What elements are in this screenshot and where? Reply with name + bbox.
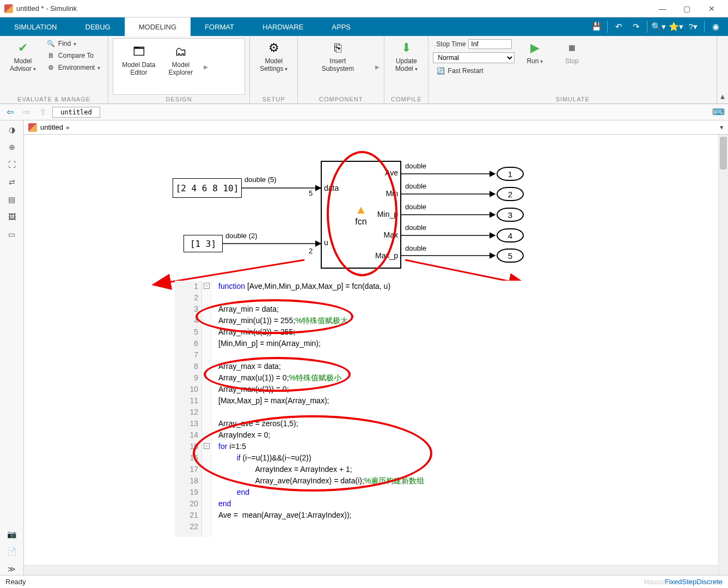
play-icon: ▶ — [527, 40, 542, 56]
tab-simulation[interactable]: SIMULATION — [0, 17, 71, 36]
explorer-icon: 🗂 — [173, 44, 188, 59]
record-icon[interactable]: 📄 — [6, 545, 18, 557]
fast-restart-button[interactable]: 🔄Fast Restart — [433, 65, 515, 76]
chevron-right-icon[interactable]: ▸ — [375, 62, 380, 72]
solver-link[interactable]: FixedStepDiscrete — [665, 578, 723, 586]
tab-hardware[interactable]: HARDWARE — [248, 17, 317, 36]
maximize-button[interactable]: ▢ — [675, 1, 699, 17]
toolstrip: ✔ Model Advisor 🔍Find ▾ 🗎Compare To ⚙Env… — [0, 36, 728, 104]
status-text: Ready — [5, 578, 26, 586]
breadcrumb: untitled ▸ ▾ — [24, 120, 728, 135]
keyboard-icon[interactable]: ⌨ — [712, 106, 725, 119]
group-label: EVALUATE & MANAGE — [4, 95, 103, 104]
outport-label: Ave — [385, 168, 398, 177]
code-content[interactable]: function [Ave,Min,Min_p,Max,Max_p] = fcn… — [218, 281, 654, 537]
model-settings-button[interactable]: ⚙ Model Settings — [254, 38, 293, 75]
sample-time-icon[interactable]: ▤ — [6, 193, 18, 205]
help-icon[interactable]: ?▾ — [685, 19, 701, 34]
check-icon: ✔ — [15, 40, 30, 56]
sliders-icon: ⚙ — [47, 63, 56, 72]
group-label: COMPILE — [389, 95, 424, 104]
stop-time-row: Stop Time — [433, 38, 515, 50]
hide-browser-icon[interactable]: ◑ — [6, 124, 18, 136]
outport-label: Min_p — [377, 210, 398, 219]
undo-icon[interactable]: ↶ — [610, 19, 627, 34]
signal-dim-label: 5 — [309, 189, 313, 197]
subsystem-icon: ⎘ — [330, 40, 345, 56]
window-titlebar: untitled * - Simulink — ▢ ✕ — [0, 0, 728, 17]
group-label: SIMULATE — [433, 95, 712, 104]
image-icon[interactable]: 🖼 — [6, 211, 18, 223]
stop-time-input[interactable] — [468, 39, 512, 49]
favorites-icon[interactable]: ⭐▾ — [668, 19, 684, 34]
insert-subsystem-button[interactable]: ⎘ Insert Subsystem — [302, 38, 373, 75]
ribbon-tabs: SIMULATION DEBUG MODELING FORMAT HARDWAR… — [0, 17, 728, 36]
outport-block[interactable]: 2 — [497, 187, 524, 201]
constant-block-1[interactable]: [2 4 6 8 10] — [173, 178, 242, 198]
rect-icon[interactable]: ▭ — [6, 228, 18, 240]
tab-format[interactable]: FORMAT — [191, 17, 248, 36]
code-editor[interactable]: 12345678910111213141516171819202122 − − … — [175, 281, 654, 537]
find-button[interactable]: 🔍Find ▾ — [44, 38, 103, 49]
minimize-button[interactable]: — — [650, 1, 675, 17]
tab-modeling[interactable]: MODELING — [125, 17, 191, 36]
scrollbar-vertical[interactable] — [718, 135, 728, 575]
fold-gutter[interactable]: − − — [202, 281, 212, 537]
outport-label: Max — [384, 231, 398, 239]
environment-button[interactable]: ⚙Environment ▾ — [44, 62, 103, 73]
scrollbar-horizontal[interactable] — [24, 565, 718, 575]
nav-row: ⇦ ⇨ ⇧ untitled ⌨ — [0, 104, 728, 120]
signal-label: double — [405, 162, 426, 170]
zoom-fit-icon[interactable]: ⊕ — [6, 141, 18, 153]
outport-block[interactable]: 3 — [497, 208, 524, 222]
signal-label: double — [405, 203, 426, 211]
model-data-editor-button[interactable]: 🗔 Model Data Editor — [117, 42, 161, 79]
nav-up-button[interactable]: ⇧ — [36, 106, 49, 119]
group-label: COMPONENT — [302, 95, 380, 104]
collapse-toolstrip-icon[interactable]: ▴ — [717, 36, 728, 104]
compare-button[interactable]: 🗎Compare To — [44, 50, 103, 61]
nav-back-button[interactable]: ⇦ — [3, 106, 16, 119]
stop-icon: ■ — [564, 40, 579, 56]
search-icon[interactable]: 🔍▾ — [650, 19, 666, 34]
toggle-icon[interactable]: ⇄ — [6, 176, 18, 188]
update-model-button[interactable]: ⬇ Update Model — [389, 38, 424, 75]
redo-icon[interactable]: ↷ — [628, 19, 644, 34]
refresh-icon: 🔄 — [436, 66, 445, 75]
download-icon: ⬇ — [399, 40, 414, 56]
outport-label: Max_p — [375, 251, 398, 260]
breadcrumb-model[interactable]: untitled — [40, 123, 63, 131]
more-icon[interactable]: ≫ — [6, 563, 18, 575]
save-icon[interactable]: 💾 — [588, 19, 604, 34]
close-button[interactable]: ✕ — [699, 1, 724, 17]
group-label: SETUP — [254, 95, 293, 104]
constant-block-2[interactable]: [1 3] — [183, 235, 223, 252]
model-explorer-button[interactable]: 🗂 Model Explorer — [163, 42, 199, 79]
stop-button[interactable]: ■ Stop — [554, 38, 589, 67]
model-tab[interactable]: untitled — [52, 107, 100, 118]
run-button[interactable]: ▶ Run — [517, 38, 552, 67]
signal-dim-label: 2 — [309, 247, 313, 255]
fit-view-icon[interactable]: ⛶ — [6, 159, 18, 171]
group-label: DESIGN — [113, 95, 245, 104]
chevron-right-icon: ▸ — [66, 123, 70, 131]
matlab-function-block[interactable]: ▲ fcn data u Ave Min Min_p Max Max_p — [321, 161, 401, 269]
simulink-canvas[interactable]: [2 4 6 8 10] double (5) 5 [1 3] double (… — [24, 135, 728, 575]
tab-debug[interactable]: DEBUG — [71, 17, 125, 36]
fullscreen-icon[interactable]: ◉ — [707, 19, 724, 34]
model-icon — [28, 123, 37, 132]
nav-forward-button[interactable]: ⇨ — [20, 106, 33, 119]
outport-block[interactable]: 4 — [497, 228, 524, 243]
outport-block[interactable]: 5 — [497, 248, 524, 263]
chevron-right-icon[interactable]: ▸ — [200, 62, 211, 72]
sim-mode-select[interactable]: Normal — [433, 52, 515, 63]
camera-icon[interactable]: 📷 — [6, 528, 18, 540]
signal-label: double (5) — [244, 175, 277, 184]
table-icon: 🗔 — [131, 44, 146, 59]
inport-label: u — [324, 238, 328, 247]
model-advisor-button[interactable]: ✔ Model Advisor — [4, 38, 41, 75]
window-title: untitled * - Simulink — [16, 4, 77, 13]
tab-apps[interactable]: APPS — [317, 17, 365, 36]
breadcrumb-dropdown[interactable]: ▾ — [720, 123, 724, 131]
outport-block[interactable]: 1 — [497, 167, 524, 181]
